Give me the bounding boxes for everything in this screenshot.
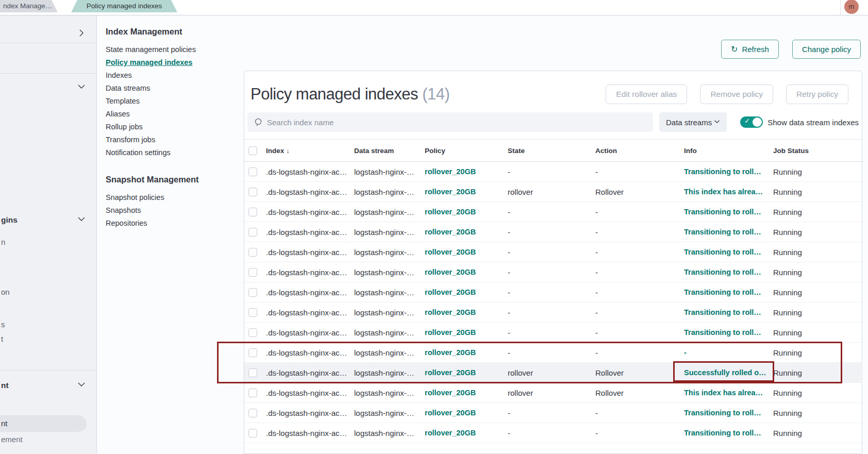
- nav-item-transform-jobs[interactable]: Transform jobs: [106, 133, 227, 146]
- cell-policy[interactable]: rollover_20GB: [421, 222, 504, 242]
- cell-info[interactable]: -: [680, 343, 769, 363]
- nav-item-indexes[interactable]: Indexes: [106, 69, 227, 82]
- chevron-down-icon[interactable]: [77, 82, 86, 91]
- nav-item-policy-managed-indexes[interactable]: Policy managed indexes: [106, 56, 227, 69]
- rail-item-selected[interactable]: nt: [0, 415, 87, 432]
- cell-policy[interactable]: rollover_20GB: [421, 302, 504, 323]
- cell-info[interactable]: Transitioning to roll…: [680, 242, 769, 262]
- nav-item-snapshots[interactable]: Snapshots: [106, 204, 227, 217]
- cell-policy[interactable]: rollover_20GB: [421, 383, 504, 403]
- remove-policy-button[interactable]: Remove policy: [700, 85, 773, 104]
- cell-state: -: [504, 162, 591, 182]
- refresh-icon: ↻: [731, 45, 738, 54]
- rail-item[interactable]: n: [0, 236, 5, 249]
- cell-info[interactable]: This index has alrea…: [680, 383, 769, 403]
- cell-policy[interactable]: rollover_20GB: [421, 162, 504, 182]
- cell-data-stream: logstash-nginx-…: [350, 242, 421, 262]
- cell-policy[interactable]: rollover_20GB: [421, 202, 504, 222]
- user-avatar[interactable]: m: [844, 0, 859, 14]
- cell-policy[interactable]: rollover_20GB: [421, 343, 504, 363]
- row-checkbox[interactable]: [248, 368, 257, 377]
- row-checkbox[interactable]: [248, 308, 257, 317]
- cell-policy[interactable]: rollover_20GB: [421, 282, 504, 302]
- cell-index: .ds-logstash-nginx-ac…: [262, 383, 350, 403]
- nav-item-snapshot-policies[interactable]: Snapshot policies: [106, 191, 227, 204]
- cell-data-stream: logstash-nginx-…: [350, 423, 421, 443]
- column-header-index[interactable]: Index↓: [262, 140, 350, 162]
- column-header-policy[interactable]: Policy: [421, 140, 504, 162]
- cell-info[interactable]: This index has alrea…: [680, 182, 769, 202]
- edit-rollover-alias-button[interactable]: Edit rollover alias: [606, 85, 687, 104]
- table-row: .ds-logstash-nginx-ac…logstash-nginx-…ro…: [244, 403, 863, 423]
- row-checkbox[interactable]: [248, 188, 257, 196]
- rail-item-management[interactable]: nt: [0, 379, 9, 392]
- row-checkbox[interactable]: [248, 348, 257, 357]
- cell-state: -: [504, 423, 591, 443]
- cell-policy[interactable]: rollover_20GB: [421, 262, 504, 282]
- cell-policy[interactable]: rollover_20GB: [421, 323, 504, 343]
- nav-item-rollup-jobs[interactable]: Rollup jobs: [106, 121, 227, 133]
- retry-policy-button[interactable]: Retry policy: [786, 85, 848, 104]
- browser-tab-index-management[interactable]: ndex Manage…: [0, 0, 58, 12]
- rail-item[interactable]: ement: [0, 433, 23, 446]
- expand-panel-icon[interactable]: [77, 29, 86, 37]
- cell-info[interactable]: Transitioning to roll…: [680, 282, 769, 302]
- browser-tab-policy-managed-indexes[interactable]: Policy managed indexes: [71, 0, 177, 12]
- rail-item[interactable]: s: [0, 318, 5, 331]
- row-checkbox[interactable]: [248, 248, 257, 257]
- cell-info[interactable]: Successfully rolled o…: [680, 363, 769, 383]
- data-streams-select[interactable]: Data streams: [659, 112, 727, 132]
- chevron-down-icon[interactable]: [77, 380, 86, 389]
- cell-info[interactable]: Transitioning to roll…: [680, 302, 769, 323]
- cell-policy[interactable]: rollover_20GB: [421, 242, 504, 262]
- cell-info[interactable]: Transitioning to roll…: [680, 202, 769, 222]
- column-header-state[interactable]: State: [504, 140, 591, 162]
- row-checkbox[interactable]: [248, 228, 257, 237]
- cell-policy[interactable]: rollover_20GB: [421, 403, 504, 423]
- cell-action: -: [591, 262, 680, 282]
- nav-item-data-streams[interactable]: Data streams: [106, 82, 227, 95]
- cell-job-status: Running: [769, 162, 863, 182]
- cell-job-status: Running: [769, 403, 863, 423]
- cell-info[interactable]: Transitioning to roll…: [680, 262, 769, 282]
- cell-info[interactable]: Transitioning to roll…: [680, 323, 769, 343]
- nav-item-state-management-policies[interactable]: State management policies: [106, 43, 227, 56]
- cell-job-status: Running: [769, 323, 863, 343]
- show-data-stream-indexes-toggle[interactable]: ✓: [740, 116, 763, 128]
- nav-item-templates[interactable]: Templates: [106, 95, 227, 108]
- row-checkbox[interactable]: [248, 288, 257, 297]
- row-checkbox[interactable]: [248, 167, 257, 176]
- row-checkbox[interactable]: [248, 268, 257, 277]
- column-header-data-stream[interactable]: Data stream: [350, 140, 421, 162]
- cell-info[interactable]: Transitioning to roll…: [680, 222, 769, 242]
- cell-action: -: [591, 343, 680, 363]
- row-checkbox[interactable]: [248, 328, 257, 337]
- column-header-action[interactable]: Action: [591, 140, 680, 162]
- rail-item[interactable]: on: [0, 285, 10, 299]
- column-header-job-status[interactable]: Job Status: [769, 140, 863, 162]
- row-checkbox[interactable]: [248, 409, 257, 417]
- nav-item-notification-settings[interactable]: Notification settings: [106, 146, 227, 159]
- cell-action: -: [591, 403, 680, 423]
- cell-job-status: Running: [769, 363, 863, 383]
- row-checkbox[interactable]: [248, 429, 257, 438]
- rail-item-plugins[interactable]: gins: [0, 213, 18, 227]
- cell-policy[interactable]: rollover_20GB: [421, 423, 504, 443]
- nav-item-repositories[interactable]: Repositories: [106, 217, 227, 230]
- cell-index: .ds-logstash-nginx-ac…: [262, 403, 350, 423]
- chevron-down-icon[interactable]: [77, 215, 86, 223]
- refresh-button[interactable]: ↻ Refresh: [721, 40, 779, 59]
- row-checkbox[interactable]: [248, 208, 257, 216]
- column-header-info[interactable]: Info: [680, 140, 769, 162]
- cell-policy[interactable]: rollover_20GB: [421, 363, 504, 383]
- cell-policy[interactable]: rollover_20GB: [421, 182, 504, 202]
- cell-info[interactable]: Transitioning to roll…: [680, 423, 769, 443]
- cell-info[interactable]: Transitioning to roll…: [680, 162, 769, 182]
- change-policy-button[interactable]: Change policy: [792, 40, 861, 59]
- search-input[interactable]: [247, 112, 653, 132]
- select-all-checkbox[interactable]: [248, 146, 257, 155]
- row-checkbox[interactable]: [248, 389, 257, 397]
- rail-item[interactable]: t: [0, 332, 3, 346]
- cell-info[interactable]: Transitioning to roll…: [680, 403, 769, 423]
- nav-item-aliases[interactable]: Aliases: [106, 108, 227, 121]
